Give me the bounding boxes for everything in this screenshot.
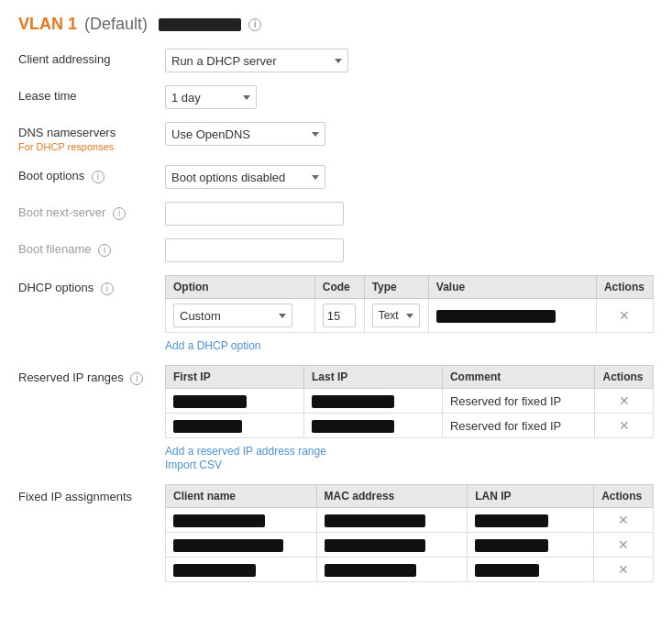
col-last-ip: Last IP xyxy=(303,366,442,389)
col-value: Value xyxy=(428,276,596,299)
boot-options-info-icon[interactable]: i xyxy=(92,171,105,183)
lan-ip-redacted-1 xyxy=(475,514,548,527)
vlan-title-text: VLAN 1 xyxy=(18,15,77,34)
lease-time-select[interactable]: 1 day 2 days 1 week 12 hours xyxy=(165,85,257,109)
boot-next-server-info-icon[interactable]: i xyxy=(113,207,126,220)
col-comment: Comment xyxy=(442,366,595,389)
table-row: ✕ xyxy=(166,533,654,558)
value-cell xyxy=(428,299,596,333)
client-addressing-control: Run a DHCP server Do not respond to DHCP… xyxy=(165,49,348,72)
fixed-ip-table-container: Client name MAC address LAN IP Actions xyxy=(165,484,654,582)
type-select[interactable]: Text Integer Hex xyxy=(372,304,420,327)
table-row: Reserved for fixed IP ✕ xyxy=(166,389,654,414)
boot-options-select[interactable]: Boot options disabled PXE boot TFTP xyxy=(165,165,325,189)
client-name-cell xyxy=(166,508,317,533)
actions-cell: ✕ xyxy=(596,299,653,333)
add-dhcp-option-link[interactable]: Add a DHCP option xyxy=(165,339,261,352)
lease-time-row: Lease time 1 day 2 days 1 week 12 hours xyxy=(18,85,654,109)
client-name-cell xyxy=(166,533,317,558)
last-ip-cell xyxy=(303,389,442,414)
col-option: Option xyxy=(166,276,315,299)
remove-reserved-2-button[interactable]: ✕ xyxy=(615,418,633,433)
boot-options-row: Boot options i Boot options disabled PXE… xyxy=(18,165,654,189)
lan-ip-cell xyxy=(468,533,594,558)
actions-cell: ✕ xyxy=(594,558,654,582)
first-ip-redacted-2 xyxy=(173,420,242,433)
dns-label: DNS nameservers For DHCP responses xyxy=(18,122,165,152)
boot-next-server-control xyxy=(165,202,344,226)
table-row: ✕ xyxy=(166,508,654,533)
reserved-ip-info-icon[interactable]: i xyxy=(130,372,143,385)
boot-filename-row: Boot filename i xyxy=(18,238,654,262)
table-row: Custom Text Integer Hex xyxy=(166,299,654,333)
boot-filename-input[interactable] xyxy=(165,238,344,262)
type-cell: Text Integer Hex xyxy=(364,299,428,333)
option-select[interactable]: Custom xyxy=(173,304,292,327)
mac-address-cell xyxy=(316,558,468,582)
fixed-ip-label: Fixed IP assignments xyxy=(18,484,165,503)
import-csv-link[interactable]: Import CSV xyxy=(165,459,222,471)
reserved-ip-table-container: First IP Last IP Comment Actions Reserve… xyxy=(165,365,654,471)
col-mac-address: MAC address xyxy=(316,485,468,508)
add-reserved-ip-link[interactable]: Add a reserved IP address range xyxy=(165,445,326,458)
col-actions: Actions xyxy=(594,485,654,508)
first-ip-redacted-1 xyxy=(173,395,247,408)
remove-fixed-2-button[interactable]: ✕ xyxy=(614,537,633,552)
vlan-title-suffix: (Default) xyxy=(84,15,148,34)
comment-text-1: Reserved for fixed IP xyxy=(450,394,561,408)
client-addressing-row: Client addressing Run a DHCP server Do n… xyxy=(18,49,654,72)
reserved-ip-table: First IP Last IP Comment Actions Reserve… xyxy=(165,365,654,438)
client-name-redacted-3 xyxy=(173,564,256,577)
remove-reserved-1-button[interactable]: ✕ xyxy=(615,393,633,408)
mac-address-redacted-2 xyxy=(325,539,425,552)
page-title: VLAN 1 (Default) i xyxy=(18,15,654,34)
reserved-ip-links: Add a reserved IP address range Import C… xyxy=(165,444,654,471)
client-name-redacted-2 xyxy=(173,539,283,552)
last-ip-redacted-2 xyxy=(312,420,394,433)
lease-time-label: Lease time xyxy=(18,85,165,103)
option-cell: Custom xyxy=(166,299,315,333)
comment-cell: Reserved for fixed IP xyxy=(442,389,595,414)
first-ip-cell xyxy=(166,389,304,414)
title-info-icon[interactable]: i xyxy=(248,18,261,31)
dns-select[interactable]: Use OpenDNS Use Google DNS Specify names… xyxy=(165,122,325,146)
mac-address-redacted-1 xyxy=(325,514,425,527)
dns-control: Use OpenDNS Use Google DNS Specify names… xyxy=(165,122,325,146)
mac-address-cell xyxy=(316,533,468,558)
fixed-ip-section: Fixed IP assignments Client name MAC add… xyxy=(18,484,654,582)
boot-filename-info-icon[interactable]: i xyxy=(98,244,111,257)
col-actions: Actions xyxy=(596,276,653,299)
boot-options-label: Boot options i xyxy=(18,165,165,183)
client-addressing-label: Client addressing xyxy=(18,49,165,66)
lan-ip-redacted-2 xyxy=(475,539,548,552)
remove-option-button[interactable]: ✕ xyxy=(615,308,633,323)
dhcp-options-table: Option Code Type Value Actions Custom xyxy=(165,275,654,333)
dns-nameservers-row: DNS nameservers For DHCP responses Use O… xyxy=(18,122,654,152)
title-redacted xyxy=(159,18,241,31)
first-ip-cell xyxy=(166,414,304,438)
lease-time-control: 1 day 2 days 1 week 12 hours xyxy=(165,85,257,109)
remove-fixed-3-button[interactable]: ✕ xyxy=(614,562,633,577)
client-name-redacted-1 xyxy=(173,514,265,527)
col-type: Type xyxy=(364,276,428,299)
actions-cell: ✕ xyxy=(595,389,654,414)
mac-address-cell xyxy=(316,508,468,533)
lan-ip-cell xyxy=(468,508,594,533)
code-input[interactable] xyxy=(323,304,356,327)
client-addressing-select[interactable]: Run a DHCP server Do not respond to DHCP… xyxy=(165,49,348,72)
last-ip-cell xyxy=(303,414,442,438)
comment-text-2: Reserved for fixed IP xyxy=(450,419,561,433)
boot-next-server-label: Boot next-server i xyxy=(18,202,165,220)
col-client-name: Client name xyxy=(166,485,317,508)
col-actions: Actions xyxy=(595,366,654,389)
add-dhcp-option-link-container: Add a DHCP option xyxy=(165,338,654,352)
value-redacted xyxy=(436,310,556,323)
boot-next-server-input[interactable] xyxy=(165,202,344,226)
reserved-ip-section: Reserved IP ranges i First IP Last IP Co… xyxy=(18,365,654,471)
remove-fixed-1-button[interactable]: ✕ xyxy=(614,513,633,527)
table-row: ✕ xyxy=(166,558,654,582)
col-code: Code xyxy=(314,276,364,299)
mac-address-redacted-3 xyxy=(325,564,416,577)
dhcp-options-info-icon[interactable]: i xyxy=(101,282,114,295)
boot-filename-label: Boot filename i xyxy=(18,238,165,257)
